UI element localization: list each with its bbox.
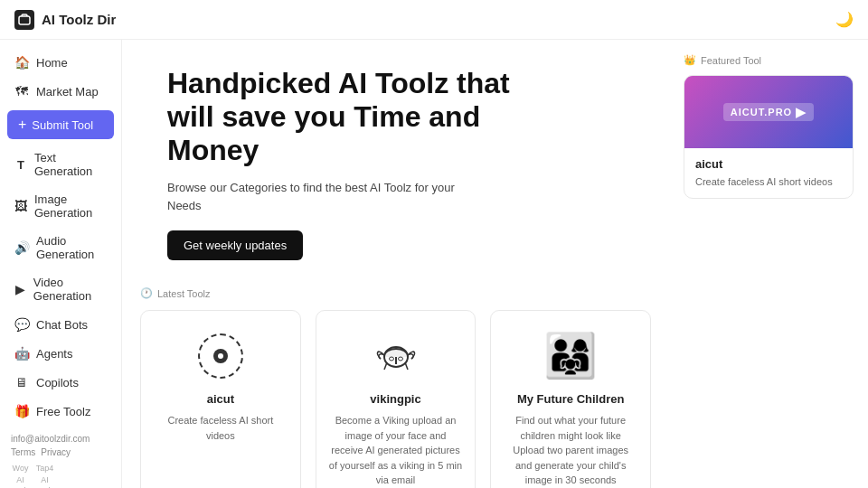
- copilots-icon: 🖥: [14, 375, 29, 389]
- hero-subtitle: Browse our Categories to find the best A…: [167, 179, 466, 214]
- play-btn-icon: ▶: [796, 105, 807, 119]
- featured-tool-name: aicut: [695, 157, 842, 171]
- svg-rect-0: [19, 16, 30, 24]
- featured-tool-desc: Create faceless AI short videos: [695, 175, 842, 189]
- main-layout: 🏠 Home 🗺 Market Map + Submit Tool T Text…: [0, 40, 868, 488]
- card-future-children-desc: Find out what your future children might…: [504, 413, 637, 488]
- featured-tool-card[interactable]: AICUT.PRO ▶ aicut Create faceless AI sho…: [684, 75, 854, 199]
- terms-link[interactable]: Terms: [11, 447, 35, 457]
- map-icon: 🗺: [14, 84, 29, 99]
- sidebar-item-copilots[interactable]: 🖥 Copilots: [4, 369, 118, 396]
- svg-point-6: [398, 357, 402, 361]
- svg-line-3: [384, 362, 387, 370]
- agents-icon: 🤖: [14, 346, 29, 361]
- partner-tap4: Tap4 AI Tools: [35, 463, 54, 488]
- audio-icon: 🔊: [14, 240, 29, 255]
- dark-mode-toggle[interactable]: 🌙: [835, 11, 854, 28]
- card-vikingpic[interactable]: vikingpic Become a Viking upload an imag…: [316, 310, 476, 488]
- app-title: AI Toolz Dir: [42, 12, 116, 27]
- card-vikingpic-title: vikingpic: [370, 392, 420, 406]
- free-icon: 🎁: [14, 404, 29, 418]
- aicut-dot-inner: [218, 353, 223, 359]
- card-future-children[interactable]: 👨‍👩‍👧 My Future Children Find out what y…: [490, 310, 651, 488]
- featured-tool-image: AICUT.PRO ▶: [684, 76, 853, 148]
- cta-button[interactable]: Get weekly updates: [167, 230, 303, 260]
- header-logo-area: AI Toolz Dir: [14, 10, 116, 30]
- family-emoji: 👨‍👩‍👧: [543, 331, 598, 381]
- hero-title: Handpicked AI Toolz that will save you T…: [167, 67, 511, 166]
- partner-woy: Woy AI Tools: [11, 463, 30, 488]
- card-vikingpic-desc: Become a Viking upload an image of your …: [329, 413, 463, 488]
- logo-icon: [14, 10, 34, 30]
- aicut-card-icon: [193, 329, 248, 383]
- sidebar-item-text-generation[interactable]: T Text Generation: [4, 145, 118, 184]
- submit-tool-button[interactable]: + Submit Tool: [7, 110, 114, 139]
- aicut-dot-icon: [213, 349, 228, 363]
- home-icon: 🏠: [14, 55, 29, 70]
- latest-section: 🕐 Latest Toolz aicut: [122, 278, 669, 488]
- sidebar-item-chat-bots[interactable]: 💬 Chat Bots: [4, 311, 118, 338]
- hero-section: Handpicked AI Toolz that will save you T…: [122, 40, 669, 278]
- chat-icon: 💬: [14, 317, 29, 332]
- svg-line-4: [405, 362, 408, 370]
- featured-play-badge: AICUT.PRO ▶: [723, 103, 814, 121]
- tool-cards: aicut Create faceless AI short videos: [140, 310, 651, 488]
- image-icon: 🖼: [14, 199, 27, 213]
- aicut-circle-icon: [198, 333, 243, 379]
- sidebar-item-audio-generation[interactable]: 🔊 Audio Generation: [4, 228, 118, 267]
- sidebar-item-free-toolz[interactable]: 🎁 Free Toolz: [4, 398, 118, 425]
- card-future-children-title: My Future Children: [517, 392, 624, 406]
- sidebar-item-image-generation[interactable]: 🖼 Image Generation: [4, 186, 118, 226]
- sidebar-item-agents[interactable]: 🤖 Agents: [4, 340, 118, 367]
- featured-panel: 👑 Featured Tool AICUT.PRO ▶ aicut Create…: [669, 40, 868, 488]
- viking-helmet-icon: [372, 332, 420, 380]
- card-aicut-title: aicut: [207, 392, 234, 406]
- card-aicut[interactable]: aicut Create faceless AI short videos: [140, 310, 301, 488]
- crown-icon: 👑: [684, 54, 696, 66]
- sidebar-item-home[interactable]: 🏠 Home: [4, 49, 118, 76]
- privacy-link[interactable]: Privacy: [41, 447, 71, 457]
- card-aicut-desc: Create faceless AI short videos: [154, 413, 288, 443]
- future-children-card-icon: 👨‍👩‍👧: [543, 329, 598, 383]
- footer-partners: Woy AI Tools Tap4 AI Tools: [11, 463, 110, 488]
- plus-icon: +: [18, 117, 26, 133]
- text-icon: T: [14, 158, 27, 172]
- latest-label: 🕐 Latest Toolz: [140, 287, 651, 299]
- featured-tool-body: aicut Create faceless AI short videos: [684, 148, 853, 198]
- sidebar: 🏠 Home 🗺 Market Map + Submit Tool T Text…: [0, 40, 122, 488]
- vikingpic-card-icon: [369, 329, 423, 383]
- video-icon: ▶: [14, 282, 26, 296]
- svg-point-5: [389, 357, 393, 361]
- header: AI Toolz Dir 🌙: [0, 0, 868, 40]
- sidebar-footer: info@aitoolzdir.com Terms Privacy Woy AI…: [0, 427, 121, 488]
- sidebar-item-market-map[interactable]: 🗺 Market Map: [4, 78, 118, 105]
- main-content: Handpicked AI Toolz that will save you T…: [122, 40, 868, 488]
- sidebar-item-video-generation[interactable]: ▶ Video Generation: [4, 269, 118, 309]
- featured-label: 👑 Featured Tool: [684, 54, 854, 66]
- footer-email: info@aitoolzdir.com: [11, 434, 110, 444]
- footer-links: Terms Privacy: [11, 447, 110, 457]
- clock-icon: 🕐: [140, 287, 153, 299]
